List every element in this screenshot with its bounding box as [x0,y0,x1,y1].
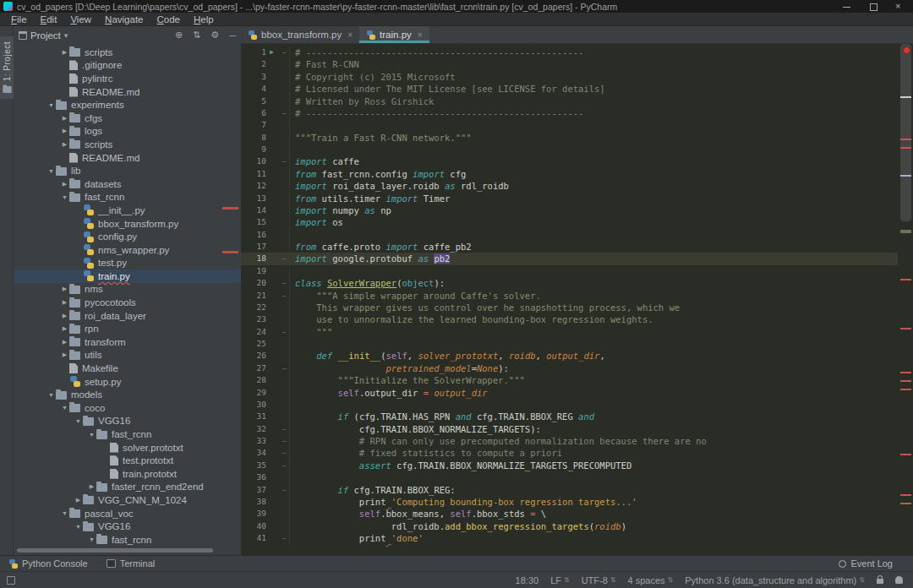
stripe-mark-w[interactable] [900,96,911,98]
tree-item-fast-rcnn[interactable]: ▼fast_rcnn [14,191,241,204]
code-line-13[interactable]: 13from utils.timer import Timer [241,193,898,204]
code-line-29[interactable]: 29 self.output_dir = output_dir [241,387,898,399]
code-line-22[interactable]: 22 This wrapper gives us control over he… [241,302,898,313]
stripe-mark-r[interactable] [900,372,911,373]
project-horizontal-scrollbar[interactable] [17,548,213,553]
stripe-mark-r[interactable] [900,279,911,280]
code-line-23[interactable]: 23 use to unnormalize the learned boundi… [241,313,898,325]
chevron-collapsed-icon[interactable]: ▶ [74,497,83,504]
code-line-36[interactable]: 36 [241,471,898,483]
tree-item-readme-md[interactable]: README.md [14,85,241,99]
chevron-collapsed-icon[interactable]: ▶ [60,299,69,306]
code-line-38[interactable]: 38 print 'Computing bounding-box regress… [241,496,898,508]
tree-item-vgg16[interactable]: ▼VGG16 [14,415,241,428]
tab-close-icon[interactable]: × [347,30,353,40]
code-line-4[interactable]: 4# Licensed under The MIT License [see L… [241,83,898,95]
hide-panel-icon[interactable]: ─ [229,30,236,41]
code-line-11[interactable]: 11from fast_rcnn.config import cfg [241,168,898,180]
menu-item-code[interactable]: Code [151,14,187,24]
chevron-collapsed-icon[interactable]: ▶ [60,181,69,188]
error-count-badge[interactable] [903,46,910,54]
code-line-10[interactable]: 10−import caffe [241,155,898,167]
code-line-31[interactable]: 31 if (cfg.TRAIN.HAS_RPN and cfg.TRAIN.B… [241,411,898,422]
tool-window-button-project[interactable]: 1: Project [0,36,14,99]
tree-item-setup-py[interactable]: setup.py [14,375,241,389]
collapse-all-icon[interactable]: ⇅ [193,30,200,41]
fold-marker-icon[interactable]: − [282,447,287,459]
tab-close-icon[interactable]: × [418,30,423,40]
line-separator-widget[interactable]: LF ⇅ [550,575,570,585]
menu-item-file[interactable]: File [5,14,33,24]
chevron-expanded-icon[interactable]: ▼ [87,536,96,542]
fold-marker-icon[interactable]: − [282,460,287,471]
code-line-24[interactable]: 24− """ [241,326,898,338]
tree-item-config-py[interactable]: config.py [14,230,241,243]
tree-item-lib[interactable]: ▼lib [14,164,241,177]
tree-item-cfgs[interactable]: ▶cfgs [14,112,241,125]
code-line-14[interactable]: 14import numpy as np [241,204,898,216]
tree-item-experiments[interactable]: ▼experiments [14,98,241,112]
code-line-20[interactable]: 20−class SolverWrapper(object): [241,277,898,289]
chevron-collapsed-icon[interactable]: ▶ [60,286,69,292]
chevron-expanded-icon[interactable]: ▼ [74,524,83,530]
code-line-6[interactable]: 6−# ------------------------------------… [241,107,898,119]
project-panel-title[interactable]: Project [30,30,61,41]
code-line-2[interactable]: 2# Fast R-CNN [241,58,898,70]
event-log-button[interactable]: Event Log [839,558,893,569]
code-line-21[interactable]: 21− """A simple wrapper around Caffe's s… [241,290,898,302]
tree-item-coco[interactable]: ▼coco [14,401,241,415]
chevron-expanded-icon[interactable]: ▼ [74,418,83,424]
stripe-mark-r[interactable] [900,328,911,329]
fold-marker-icon[interactable]: − [282,532,287,544]
menu-item-view[interactable]: View [64,14,97,24]
chevron-collapsed-icon[interactable]: ▶ [60,313,69,319]
chevron-collapsed-icon[interactable]: ▶ [60,128,69,134]
chevron-expanded-icon[interactable]: ▼ [60,194,69,200]
chevron-collapsed-icon[interactable]: ▶ [60,115,69,122]
tree-item-scripts[interactable]: ▶scripts [14,138,241,151]
code-line-30[interactable]: 30 [241,399,898,411]
chevron-collapsed-icon[interactable]: ▶ [60,49,69,56]
tree-item--init-py[interactable]: __init__.py [14,204,241,217]
editor-tab-train-py[interactable]: train.py× [359,26,429,43]
tree-item-transform[interactable]: ▶transform [14,335,241,349]
code-line-16[interactable]: 16 [241,229,898,241]
code-line-9[interactable]: 9 [241,144,898,155]
chevron-down-icon[interactable]: ▾ [64,31,68,40]
tree-item-pycocotools[interactable]: ▶pycocotools [14,296,241,309]
tree-item-train-prototxt[interactable]: train.prototxt [14,467,241,481]
code-line-5[interactable]: 5# Written by Ross Girshick [241,95,898,107]
code-line-37[interactable]: 37− if cfg.TRAIN.BBOX_REG: [241,484,898,496]
stripe-mark-r[interactable] [900,139,911,140]
code-line-1[interactable]: 1▶−# -----------------------------------… [241,46,898,58]
tree-item-nms[interactable]: ▶nms [14,283,241,297]
chevron-collapsed-icon[interactable]: ▶ [60,351,69,358]
fold-marker-icon[interactable]: − [282,435,287,447]
code-line-17[interactable]: 17from caffe.proto import caffe_pb2 [241,241,898,253]
settings-gear-icon[interactable]: ⚙ [210,30,219,41]
tree-item-rpn[interactable]: ▶rpn [14,322,241,335]
caret-position-widget[interactable]: 18:30 [516,575,539,585]
chevron-collapsed-icon[interactable]: ▶ [87,483,96,490]
locate-file-icon[interactable]: ⊕ [175,30,183,41]
tree-item-pascal-voc[interactable]: ▼pascal_voc [14,507,241,520]
chevron-expanded-icon[interactable]: ▼ [60,405,69,411]
indent-widget[interactable]: 4 spaces ⇅ [628,575,674,585]
code-line-41[interactable]: 41− print 'done' [241,532,898,544]
fold-marker-icon[interactable]: − [282,362,287,374]
code-line-15[interactable]: 15import os [241,216,898,228]
stripe-mark-r[interactable] [900,494,911,496]
chevron-collapsed-icon[interactable]: ▶ [60,325,69,332]
chevron-expanded-icon[interactable]: ▼ [46,168,56,174]
chevron-collapsed-icon[interactable]: ▶ [60,141,69,148]
tree-item-solver-prototxt[interactable]: solver.prototxt [14,441,241,455]
tree-item-utils[interactable]: ▶utils [14,349,241,362]
tree-item-roi-data-layer[interactable]: ▶roi_data_layer [14,309,241,323]
code-line-7[interactable]: 7 [241,119,898,131]
tree-item-datasets[interactable]: ▶datasets [14,177,241,191]
tree-item-bbox-transform-py[interactable]: bbox_transform.py [14,217,241,231]
code-line-12[interactable]: 12import roi_data_layer.roidb as rdl_roi… [241,180,898,192]
run-icon[interactable]: ▶ [270,46,274,58]
stripe-mark-r[interactable] [900,147,911,149]
tree-item-scripts[interactable]: ▶scripts [14,46,241,59]
